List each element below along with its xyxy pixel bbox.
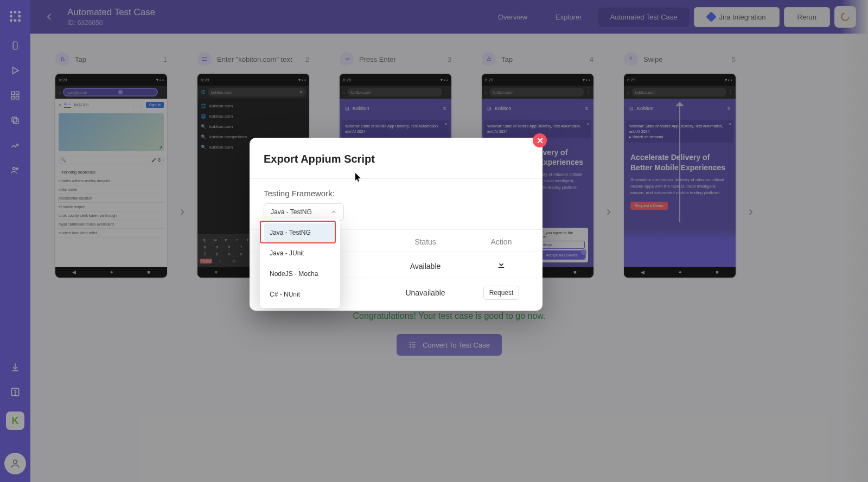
request-button[interactable]: Request [483,286,520,300]
framework-option-nunit[interactable]: C# - NUnit [264,285,336,304]
col-status: Status [376,237,474,246]
chevron-up-icon [330,209,337,215]
select-value: Java - TestNG [271,208,312,216]
framework-dropdown: Java - TestNG Java - JUnit NodeJS - Moch… [260,219,340,308]
col-action: Action [474,237,528,246]
modal-close-button[interactable]: ✕ [533,133,547,147]
svg-rect-18 [499,267,505,268]
framework-option-junit[interactable]: Java - JUnit [264,244,336,262]
framework-option-testng[interactable]: Java - TestNG [264,223,336,242]
framework-label: Testing Framework: [264,189,528,198]
framework-option-mocha[interactable]: NodeJS - Mocha [264,265,336,283]
modal-title: Export Appium Script [250,138,542,179]
framework-select[interactable]: Java - TestNG [264,203,344,221]
status-available: Available [376,262,474,271]
cursor-icon [355,172,362,184]
download-action-icon[interactable] [496,261,506,272]
status-unavailable: Unavailable [376,288,474,297]
